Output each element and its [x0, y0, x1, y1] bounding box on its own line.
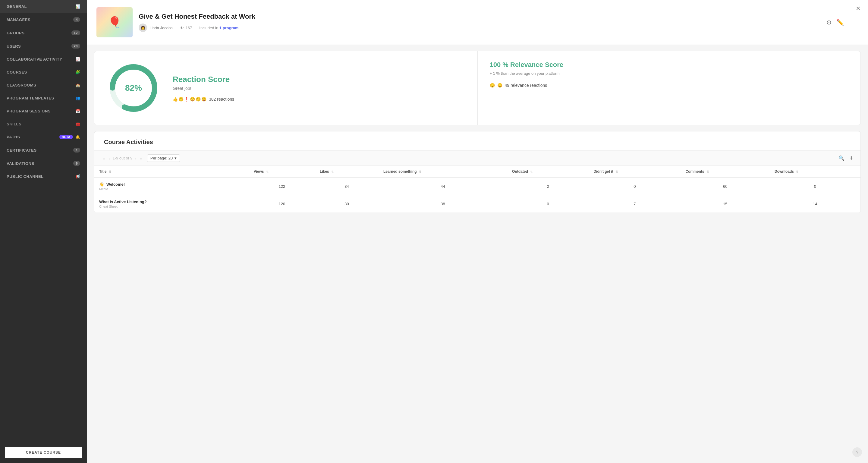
reaction-emojis: 👍 😊 ❗ 😄 😊 😆 [173, 97, 207, 101]
emoji-exclaim: ❗ [184, 97, 189, 101]
reaction-score-subtitle: Great job! [173, 86, 234, 91]
sort-icon-learned[interactable]: ⇅ [419, 170, 421, 173]
relevance-score-panel: 100 % Relevance Score + 1 % than the ave… [478, 51, 861, 125]
activities-table: Title ⇅ Views ⇅ Likes ⇅ Learned somethin… [94, 166, 861, 213]
program-link-anchor[interactable]: 1 program [219, 26, 239, 30]
create-course-button[interactable]: CREATE COURSE [5, 447, 82, 458]
sidebar-item-courses[interactable]: Courses 🧩 [0, 66, 87, 79]
relevance-emoji-1: 😊 [490, 83, 495, 88]
activities-section: Course Activities « ‹ 1-9 out of 9 › » P… [94, 131, 861, 213]
download-button[interactable]: ⬇ [849, 155, 853, 161]
col-downloads: Downloads ⇅ [770, 166, 861, 178]
toolbar-left: « ‹ 1-9 out of 9 › » Per page: 20 ▾ [101, 154, 180, 162]
sidebar-item-program-templates[interactable]: Program Templates 👥 [0, 92, 87, 104]
program-sessions-icon: 📅 [75, 109, 81, 113]
sidebar-label-groups: Groups [7, 31, 24, 35]
help-button[interactable]: ? [852, 447, 862, 457]
col-outdated: Outdated ⇅ [507, 166, 589, 178]
sidebar: General 📊 Managees 4 Groups 12 Users 20 … [0, 0, 87, 463]
managees-badge: 4 [73, 17, 80, 22]
sidebar-label-courses: Courses [7, 70, 27, 74]
sort-icon-outdated[interactable]: ⇅ [530, 170, 532, 173]
col-title: Title ⇅ [94, 166, 249, 178]
sidebar-item-certificates[interactable]: Certificates 1 [0, 144, 87, 157]
toolbar-right: 🔍 ⬇ [838, 155, 853, 161]
sidebar-label-users: Users [7, 44, 21, 49]
course-info: Give & Get Honest Feedback at Work 👩 Lin… [138, 13, 820, 32]
row1-didnt-get: 0 [589, 178, 681, 195]
row2-outdated: 0 [507, 195, 589, 213]
classrooms-icon: 🏫 [75, 83, 81, 87]
course-views: 👁 167 [180, 26, 192, 30]
sidebar-item-general[interactable]: General 📊 [0, 0, 87, 13]
sidebar-item-paths[interactable]: Paths Beta 🔔 [0, 130, 87, 144]
edit-button[interactable]: ✏️ [836, 19, 844, 26]
sidebar-item-groups[interactable]: Groups 12 [0, 26, 87, 39]
sidebar-item-collaborative-activity[interactable]: Collaborative Activity 📈 [0, 53, 87, 66]
sidebar-item-managees[interactable]: Managees 4 [0, 13, 87, 26]
row1-views: 122 [249, 178, 315, 195]
sidebar-bottom: CREATE COURSE [0, 442, 87, 463]
emoji-grin: 😆 [201, 97, 207, 101]
sidebar-item-program-sessions[interactable]: Program Sessions 📅 [0, 104, 87, 118]
scores-section: 82% Reaction Score Great job! 👍 😊 ❗ 😄 😊 … [94, 51, 861, 125]
main-content: 🎈 Give & Get Honest Feedback at Work 👩 L… [87, 0, 868, 463]
row2-title-cell: What is Active Listening? Cheat Sheet [94, 195, 249, 213]
paths-icon: 🔔 [75, 135, 81, 139]
sidebar-label-paths: Paths [7, 135, 20, 139]
row2-didnt-get: 7 [589, 195, 681, 213]
course-title: Give & Get Honest Feedback at Work [138, 13, 820, 21]
sort-icon-didnt-get[interactable]: ⇅ [615, 170, 618, 173]
course-program-link: Included in 1 program [199, 26, 239, 30]
reaction-score-panel: 82% Reaction Score Great job! 👍 😊 ❗ 😄 😊 … [94, 51, 478, 125]
sort-icon-likes[interactable]: ⇅ [331, 170, 334, 173]
sort-icon-views[interactable]: ⇅ [266, 170, 269, 173]
reactions-count: 382 reactions [209, 97, 234, 101]
views-count: 167 [186, 26, 192, 30]
sidebar-label-classrooms: Classrooms [7, 83, 36, 87]
relevance-reactions-count: 49 relevance reactions [505, 83, 547, 88]
col-likes: Likes ⇅ [315, 166, 378, 178]
close-button[interactable]: ✕ [856, 5, 861, 12]
donut-percent: 82% [125, 83, 142, 93]
sort-icon-downloads[interactable]: ⇅ [796, 170, 798, 173]
play-button[interactable]: ⊙ [827, 19, 832, 26]
general-icon: 📊 [75, 4, 81, 9]
sort-icon-comments[interactable]: ⇅ [707, 170, 709, 173]
donut-chart: 82% [106, 61, 161, 115]
sidebar-item-validations[interactable]: Validations 6 [0, 157, 87, 170]
row1-emoji: 👋 [99, 182, 104, 187]
beta-badge: Beta [59, 135, 73, 139]
row2-type: Cheat Sheet [99, 205, 118, 208]
first-page-button[interactable]: « [101, 155, 106, 161]
emoji-thumbsup: 👍 [173, 97, 178, 101]
emoji-laughing: 😄 [190, 97, 195, 101]
users-badge: 20 [71, 44, 80, 49]
reaction-score-content: 82% Reaction Score Great job! 👍 😊 ❗ 😄 😊 … [106, 61, 465, 115]
search-button[interactable]: 🔍 [838, 155, 844, 161]
sidebar-item-users[interactable]: Users 20 [0, 39, 87, 53]
table-row: 👋 Welcome! Media 122 34 44 2 0 60 0 [94, 178, 861, 195]
certificates-badge: 1 [73, 148, 80, 153]
author-avatar: 👩 [138, 24, 147, 32]
sidebar-item-classrooms[interactable]: Classrooms 🏫 [0, 79, 87, 92]
row2-likes: 30 [315, 195, 378, 213]
sidebar-label-public-channel: Public Channel [7, 174, 44, 179]
sidebar-label-validations: Validations [7, 161, 34, 166]
courses-icon: 🧩 [75, 70, 81, 74]
row2-comments: 15 [681, 195, 770, 213]
next-page-button[interactable]: › [133, 155, 137, 161]
row1-downloads: 0 [770, 178, 861, 195]
last-page-button[interactable]: » [138, 155, 144, 161]
per-page-selector[interactable]: Per page: 20 ▾ [147, 154, 180, 162]
sidebar-item-public-channel[interactable]: Public Channel 📢 [0, 170, 87, 183]
sidebar-label-program-sessions: Program Sessions [7, 109, 51, 113]
sidebar-item-skills[interactable]: Skills 🧰 [0, 118, 87, 130]
reactions-row: 👍 😊 ❗ 😄 😊 😆 382 reactions [173, 97, 234, 101]
sidebar-label-managees: Managees [7, 18, 30, 22]
prev-page-button[interactable]: ‹ [107, 155, 112, 161]
sort-icon-title[interactable]: ⇅ [109, 170, 111, 173]
skills-icon: 🧰 [75, 122, 81, 126]
row1-learned: 44 [378, 178, 507, 195]
row1-title: Welcome! [106, 182, 125, 187]
